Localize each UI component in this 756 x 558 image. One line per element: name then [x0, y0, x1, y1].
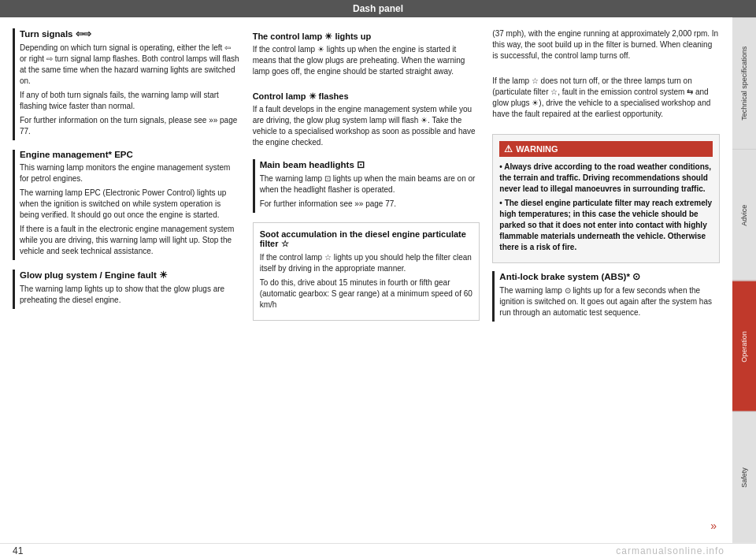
turn-signals-p1: Depending on which turn signal is operat…	[20, 43, 240, 87]
glow-plug-section: Glow plug system / Engine fault ☀ The wa…	[13, 270, 240, 309]
abs-title: Anti-lock brake system (ABS)* ⊙	[499, 271, 720, 282]
glow-plug-title: Glow plug system / Engine fault ☀	[20, 270, 240, 281]
turn-signals-title: Turn signals ⇦⇨	[20, 28, 240, 39]
warning-label: WARNING	[516, 144, 558, 154]
warning-box: WARNING Always drive according to the ro…	[492, 134, 720, 263]
right-para2: If the lamp ☆ does not turn off, or the …	[492, 76, 720, 120]
bottom-bar: 41 carmanualsonline.info	[0, 543, 756, 558]
turn-signals-p2: If any of both turn signals fails, the w…	[20, 90, 240, 112]
middle-column: The control lamp ☀ lights up If the cont…	[253, 28, 480, 532]
sidebar-tab-safety[interactable]: Safety	[732, 411, 756, 543]
sidebar: Technical specifications Advice Operatio…	[732, 17, 756, 543]
turn-signals-section: Turn signals ⇦⇨ Depending on which turn …	[13, 28, 240, 140]
control-lamp-title: The control lamp ☀ lights up	[253, 32, 480, 42]
main-beam-p1: The warning lamp ⊡ lights up when the ma…	[260, 173, 480, 195]
engine-management-body: This warning lamp monitors the engine ma…	[20, 162, 240, 257]
warning-body: Always drive according to the road weath…	[499, 162, 713, 253]
turn-signals-body: Depending on which turn signal is operat…	[20, 43, 240, 137]
watermark: carmanualsonline.info	[616, 545, 724, 556]
soot-section: Soot accumulation in the diesel engine p…	[253, 222, 480, 321]
engine-management-p1: This warning lamp monitors the engine ma…	[20, 162, 240, 184]
turn-signals-p3: For further information on the turn sign…	[20, 115, 240, 137]
page-header: Dash panel	[0, 0, 756, 17]
content-area: Turn signals ⇦⇨ Depending on which turn …	[0, 17, 732, 543]
main-beam-section: Main beam headlights ⊡ The warning lamp …	[253, 159, 480, 213]
control-lamp-flash-title: Control lamp ☀ flashes	[253, 91, 480, 102]
control-lamp-flash-p1: If a fault develops in the engine manage…	[253, 104, 480, 148]
sidebar-tab-technical[interactable]: Technical specifications	[732, 17, 756, 149]
soot-p2: To do this, drive about 15 minutes in fo…	[260, 277, 473, 311]
left-column: Turn signals ⇦⇨ Depending on which turn …	[13, 28, 240, 532]
control-lamp-flash-body: If a fault develops in the engine manage…	[253, 104, 480, 148]
control-lamp-section: The control lamp ☀ lights up If the cont…	[253, 28, 480, 80]
right-column: (37 mph), with the engine running at app…	[492, 28, 720, 532]
abs-section: Anti-lock brake system (ABS)* ⊙ The warn…	[492, 271, 720, 322]
chevron-right-icon: »	[710, 519, 717, 532]
abs-p1: The warning lamp ⊙ lights up for a few s…	[499, 285, 720, 318]
engine-management-p3: If there is a fault in the electronic en…	[20, 224, 240, 257]
warning-header: WARNING	[499, 141, 713, 157]
control-lamp-flash-section: Control lamp ☀ flashes If a fault develo…	[253, 88, 480, 151]
engine-management-p2: The warning lamp EPC (Electronic Power C…	[20, 188, 240, 221]
warning-p2: The diesel engine particulate filter may…	[499, 198, 713, 253]
warning-p1: Always drive according to the road weath…	[499, 162, 713, 195]
soot-body: If the control lamp ☆ lights up you shou…	[260, 252, 473, 311]
right-intro-p1: (37 mph), with the engine running at app…	[492, 28, 720, 61]
control-lamp-p1: If the control lamp ☀ lights up when the…	[253, 44, 480, 77]
soot-title: Soot accumulation in the diesel engine p…	[260, 229, 473, 249]
sidebar-tab-advice[interactable]: Advice	[732, 149, 756, 281]
page-footer-right: »	[492, 516, 720, 532]
soot-p1: If the control lamp ☆ lights up you shou…	[260, 252, 473, 274]
control-lamp-body: If the control lamp ☀ lights up when the…	[253, 44, 480, 77]
engine-management-section: Engine management* EPC This warning lamp…	[13, 150, 240, 260]
sidebar-tab-operation[interactable]: Operation	[732, 281, 756, 412]
glow-plug-body: The warning lamp lights up to show that …	[20, 284, 240, 306]
engine-management-title: Engine management* EPC	[20, 150, 240, 159]
page-number: 41	[13, 545, 23, 556]
main-beam-title: Main beam headlights ⊡	[260, 159, 480, 170]
right-intro: (37 mph), with the engine running at app…	[492, 28, 720, 123]
main-beam-body: The warning lamp ⊡ lights up when the ma…	[260, 173, 480, 210]
header-title: Dash panel	[353, 3, 403, 14]
main-beam-p2: For further information see »» page 77.	[260, 199, 480, 210]
abs-body: The warning lamp ⊙ lights up for a few s…	[499, 285, 720, 318]
glow-plug-p1: The warning lamp lights up to show that …	[20, 284, 240, 306]
